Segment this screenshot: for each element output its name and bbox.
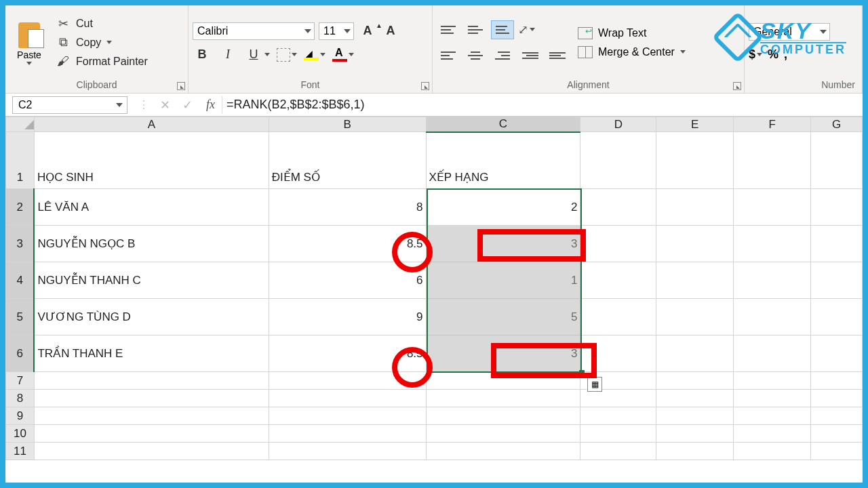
cell[interactable] xyxy=(580,132,656,189)
cell[interactable] xyxy=(734,390,811,407)
cell[interactable] xyxy=(656,407,734,425)
row-header[interactable]: 11 xyxy=(6,443,35,460)
cell[interactable] xyxy=(269,443,426,460)
cell[interactable] xyxy=(426,390,580,407)
align-left-button[interactable] xyxy=(437,46,460,65)
align-bottom-button[interactable] xyxy=(491,20,514,39)
cell[interactable] xyxy=(580,390,656,407)
underline-button[interactable]: U xyxy=(244,47,270,63)
cell[interactable] xyxy=(656,299,734,336)
wrap-text-button[interactable]: Wrap Text xyxy=(578,27,686,39)
cell[interactable] xyxy=(656,443,734,460)
paste-dropdown-icon[interactable] xyxy=(26,62,32,65)
cell[interactable] xyxy=(811,443,863,460)
enter-formula-button[interactable]: ✓ xyxy=(182,98,193,113)
col-header-G[interactable]: G xyxy=(811,117,863,132)
cut-button[interactable]: ✂ Cut xyxy=(56,16,148,31)
cancel-formula-button[interactable]: ✕ xyxy=(160,98,170,113)
align-top-button[interactable] xyxy=(437,20,460,39)
cell[interactable] xyxy=(34,425,269,443)
row-header[interactable]: 7 xyxy=(6,372,35,390)
cell[interactable] xyxy=(734,299,811,336)
cell[interactable]: 9 xyxy=(269,299,426,336)
cell[interactable]: 5 xyxy=(426,299,580,336)
cell[interactable] xyxy=(734,443,811,460)
cell[interactable]: 6 xyxy=(269,262,426,299)
cell[interactable] xyxy=(811,262,863,299)
cell[interactable]: 3 xyxy=(426,336,580,372)
cell[interactable] xyxy=(734,262,811,299)
cell[interactable]: HỌC SINH xyxy=(34,132,269,189)
row-header[interactable]: 1 xyxy=(6,132,35,189)
border-button[interactable] xyxy=(277,48,297,62)
cell[interactable] xyxy=(656,372,734,390)
cell[interactable]: 8 xyxy=(269,189,426,226)
cell[interactable]: NGUYỄN NGỌC B xyxy=(34,226,269,262)
cell[interactable] xyxy=(656,336,734,372)
cell[interactable]: 3 xyxy=(426,226,580,262)
copy-button[interactable]: ⧉ Copy xyxy=(56,35,148,50)
cell[interactable] xyxy=(734,336,811,372)
cell[interactable] xyxy=(580,226,656,262)
row-header[interactable]: 3 xyxy=(6,226,35,262)
cell[interactable] xyxy=(580,336,656,372)
cell[interactable] xyxy=(426,443,580,460)
accounting-format-button[interactable]: $ xyxy=(749,47,762,62)
italic-button[interactable]: I xyxy=(218,47,237,63)
cell[interactable] xyxy=(811,226,863,262)
cell[interactable] xyxy=(656,390,734,407)
cell[interactable] xyxy=(34,443,269,460)
cell[interactable] xyxy=(580,372,656,390)
cell[interactable] xyxy=(269,390,426,407)
cell[interactable]: 2 xyxy=(426,189,580,226)
cell[interactable] xyxy=(734,226,811,262)
cell[interactable] xyxy=(426,407,580,425)
font-color-button[interactable]: A xyxy=(332,48,354,62)
cell[interactable] xyxy=(811,336,863,372)
cell[interactable] xyxy=(269,407,426,425)
cell[interactable] xyxy=(656,189,734,226)
cell[interactable]: 8.5 xyxy=(269,336,426,372)
row-header[interactable]: 9 xyxy=(6,407,35,425)
fx-icon[interactable]: fx xyxy=(199,98,222,112)
cell[interactable]: 8.5 xyxy=(269,226,426,262)
spreadsheet-grid[interactable]: A B C D E F G 1 HỌC SINH ĐIỂM SỐ XẾP HẠN… xyxy=(5,117,863,483)
cell[interactable]: VƯƠNG TÙNG D xyxy=(34,299,269,336)
cell[interactable] xyxy=(734,372,811,390)
cell[interactable]: NGUYỄN THANH C xyxy=(34,262,269,299)
align-center-button[interactable] xyxy=(464,46,487,65)
cell[interactable] xyxy=(734,407,811,425)
col-header-D[interactable]: D xyxy=(580,117,656,132)
cell[interactable] xyxy=(426,425,580,443)
cell[interactable]: TRẦN THANH E xyxy=(34,336,269,372)
cell[interactable] xyxy=(656,425,734,443)
cell[interactable] xyxy=(580,189,656,226)
align-right-button[interactable] xyxy=(491,46,514,65)
percent-format-button[interactable]: % xyxy=(768,47,778,62)
decrease-font-button[interactable]: A xyxy=(381,23,400,39)
col-header-A[interactable]: A xyxy=(34,117,269,132)
cell[interactable] xyxy=(426,372,580,390)
fill-color-button[interactable]: ◢ xyxy=(304,49,326,60)
row-header[interactable]: 5 xyxy=(6,299,35,336)
cell[interactable] xyxy=(734,132,811,189)
row-header[interactable]: 6 xyxy=(6,336,35,372)
cell[interactable] xyxy=(656,262,734,299)
number-format-combo[interactable]: General xyxy=(749,23,830,41)
font-name-combo[interactable]: Calibri xyxy=(193,22,315,40)
cell[interactable] xyxy=(580,425,656,443)
cell[interactable]: XẾP HẠNG xyxy=(426,132,580,189)
comma-format-button[interactable]: , xyxy=(784,47,787,62)
cell[interactable]: ĐIỂM SỐ xyxy=(269,132,426,189)
increase-font-button[interactable]: A▲ xyxy=(358,23,377,39)
cell[interactable] xyxy=(811,372,863,390)
formula-input[interactable]: =RANK(B2,$B$2:$B$6,1) xyxy=(222,96,863,114)
cell[interactable] xyxy=(34,407,269,425)
cell[interactable] xyxy=(34,390,269,407)
cell[interactable] xyxy=(269,372,426,390)
decrease-indent-button[interactable] xyxy=(518,46,541,65)
cell[interactable]: 1 xyxy=(426,262,580,299)
align-middle-button[interactable] xyxy=(464,20,487,39)
cell[interactable] xyxy=(811,299,863,336)
orientation-button[interactable]: ⤢ xyxy=(518,22,535,37)
